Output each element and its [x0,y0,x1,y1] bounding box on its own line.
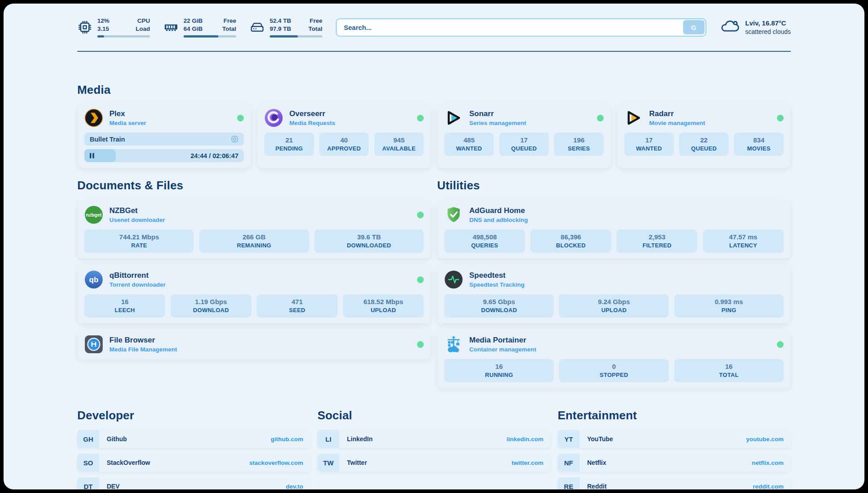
bookmark-name: YouTube [587,435,613,443]
cpu-load-value: 3.15 [97,25,109,33]
bookmark-url: youtube.com [746,436,784,443]
bookmark-youtube[interactable]: YT YouTube youtube.com [558,430,791,448]
bookmark-abbr: RE [558,477,580,489]
stat-box: 39.6 TB DOWNLOADED [314,230,424,253]
service-card-portainer[interactable]: Media Portainer Container management 16 … [437,329,791,388]
disk-stat: 52.4 TB 97.9 TB Free Total [250,17,322,38]
bookmark-netflix[interactable]: NF Netflix netflix.com [558,454,791,472]
service-subtitle: Torrent downloader [109,281,166,288]
stat-box: 16 RUNNING [444,359,554,382]
section-title-media: Media [77,83,791,97]
bookmark-abbr: TW [317,454,339,472]
memory-stick-icon [163,20,179,35]
service-card-adguard[interactable]: AdGuard Home DNS and adblocking 498,508 … [437,200,791,259]
bookmark-github[interactable]: GH Github github.com [77,430,310,448]
bookmark-url: stackoverflow.com [249,460,303,466]
bookmark-url: netflix.com [752,460,784,466]
service-card-overseerr[interactable]: Overseerr Media Requests 21 PENDING 40 A… [257,103,431,168]
service-card-qbittorrent[interactable]: qb qBittorrent Torrent downloader 16 LEE… [77,264,431,323]
bookmark-stackoverflow[interactable]: SO StackOverflow stackoverflow.com [77,454,310,472]
service-subtitle: Media Requests [289,120,335,126]
service-title: qBittorrent [109,271,166,280]
service-subtitle: Series management [469,120,526,126]
now-playing-title: Bullet Train [90,136,125,143]
stat-box: 17 WANTED [624,133,674,156]
bookmark-name: StackOverflow [107,459,150,466]
service-card-sonarr[interactable]: Sonarr Series management 485 WANTED 17 Q… [437,103,611,168]
section-title-developer: Developer [77,409,310,422]
disk-total-value: 97.9 TB [270,25,291,33]
stat-box: 47.57 ms LATENCY [703,230,784,253]
radarr-icon [624,109,643,127]
bookmark-name: Twitter [347,459,367,466]
service-title: File Browser [109,336,177,345]
cpu-usage-value: 12% [97,17,109,25]
cpu-stat: 12% 3.15 CPU Load [77,17,150,38]
service-card-filebrowser[interactable]: File Browser Media File Management [77,329,431,359]
cpu-label: CPU [136,17,150,25]
bookmark-name: Reddit [587,483,607,489]
service-title: Plex [109,109,146,118]
nzbget-icon: nzbget [84,205,103,224]
google-search-button[interactable]: G [683,20,705,34]
now-playing-row: Bullet Train [84,133,244,146]
disk-progress-bar [270,35,322,38]
dashboard-page: 12% 3.15 CPU Load [4,4,864,489]
cloud-icon [720,18,739,36]
bookmark-abbr: DT [77,477,99,489]
svg-text:nzbget: nzbget [86,212,102,217]
bookmark-dev[interactable]: DT DEV dev.to [77,477,310,489]
bookmark-abbr: YT [558,430,580,448]
bookmark-abbr: SO [77,454,99,472]
service-card-speedtest[interactable]: Speedtest Speedtest Tracking 9.65 Gbps D… [437,264,791,323]
header: 12% 3.15 CPU Load [77,4,791,38]
bookmark-url: linkedin.com [506,436,543,443]
bookmark-name: Github [107,435,127,443]
weather-location: Lviv, 16.87°C [745,19,791,28]
section-title-entertainment: Entertainment [558,409,791,422]
overseerr-icon [264,109,283,127]
service-title: Radarr [649,109,705,118]
stat-box: 2,953 FILTERED [617,230,697,253]
stat-box: 21 PENDING [264,133,314,156]
sonarr-icon [444,109,463,127]
disk-free-label: Free [309,17,322,25]
service-title: AdGuard Home [469,206,528,215]
adguard-shield-icon [444,205,463,224]
search-input[interactable] [337,19,682,36]
service-card-plex[interactable]: Plex Media server Bullet Train [77,103,251,168]
status-online-dot [417,341,424,348]
section-title-utilities: Utilities [437,179,791,192]
bookmark-name: DEV [107,483,120,489]
stream-settings-icon[interactable] [231,135,238,143]
bookmark-abbr: NF [558,454,580,472]
stat-box: 40 APPROVED [319,133,369,156]
stat-box: 16 LEECH [84,294,165,318]
stat-box: 0.993 ms PING [674,294,784,318]
cpu-chip-icon [77,20,92,35]
status-online-dot [417,115,424,121]
stat-box: 1.19 Gbps DOWNLOAD [171,294,251,318]
weather-widget: Lviv, 16.87°C scattered clouds [720,18,791,36]
ram-free-label: Free [222,17,236,25]
search-bar: G [336,18,706,37]
disk-free-value: 52.4 TB [270,17,291,25]
status-online-dot [777,115,784,121]
bookmark-abbr: LI [317,430,339,448]
stat-box: 9.24 Gbps UPLOAD [559,294,668,318]
service-card-radarr[interactable]: Radarr Movie management 17 WANTED 22 QUE… [617,103,791,168]
bookmark-twitter[interactable]: TW Twitter twitter.com [317,454,551,472]
service-title: Media Portainer [469,336,536,345]
stat-box: 0 STOPPED [559,359,668,382]
stat-box: 9.65 Gbps DOWNLOAD [444,294,554,318]
stat-box: 86,396 BLOCKED [530,230,611,253]
bookmark-linkedin[interactable]: LI LinkedIn linkedin.com [317,430,551,448]
stat-box: 17 QUEUED [499,133,549,156]
stat-box: 834 MOVIES [734,133,784,156]
stat-box: 744.21 Mbps RATE [84,230,194,253]
service-card-nzbget[interactable]: nzbget NZBGet Usenet downloader 744.21 M… [77,200,431,259]
bookmark-abbr: GH [77,430,99,448]
bookmark-reddit[interactable]: RE Reddit reddit.com [558,477,791,489]
bookmark-url: reddit.com [753,483,784,489]
plex-icon [84,109,103,127]
